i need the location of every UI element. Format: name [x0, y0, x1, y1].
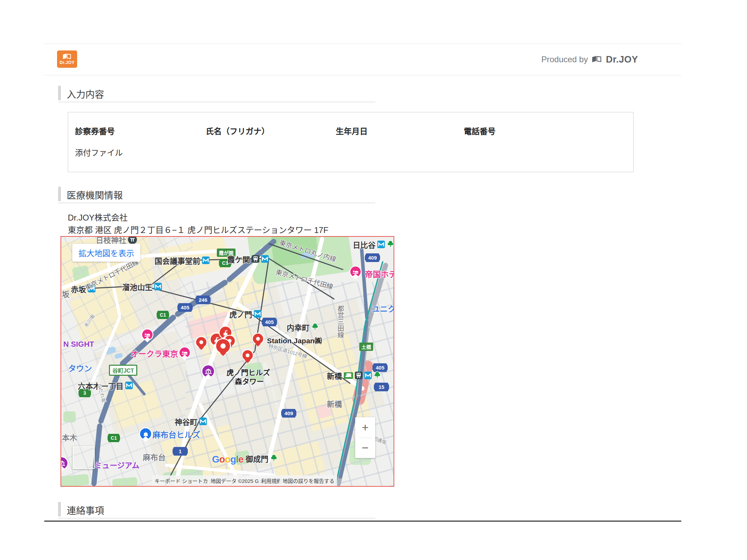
map-label: N SIGHT: [63, 340, 94, 349]
map-label-text: 本木: [62, 431, 77, 442]
red-pin-marker[interactable]: [196, 337, 206, 347]
map-label-text: 麻布台: [143, 451, 166, 462]
map-label-text: Station Japan㈱: [267, 335, 322, 345]
red-pin-marker[interactable]: [216, 339, 230, 353]
zoom-out-button[interactable]: −: [355, 438, 375, 458]
map-label: 森タワー: [235, 376, 264, 386]
map-label: 国会議事堂前: [155, 255, 210, 266]
map-label-text: ユニクロ: [372, 302, 394, 314]
map-label: 虎ノ門: [229, 308, 261, 319]
train-icon: [355, 372, 362, 379]
route-shield-badge: C1: [108, 434, 120, 442]
map-label: 都営三田線: [335, 305, 345, 338]
map-label-text: 坂: [62, 288, 70, 299]
input-summary-table: 診察券番号 氏名（フリガナ） 生年月日 電話番号 添付ファイル: [68, 112, 634, 172]
map-label: 霞ケ関: [227, 253, 269, 264]
map-label-text: 都営三田線: [335, 305, 345, 338]
map-label-text: 麻布台ヒルズ: [153, 428, 200, 440]
map-label: 内幸町: [287, 321, 319, 333]
map-label-text: 神谷町: [175, 416, 197, 427]
section-accent-bar: [58, 502, 61, 516]
route-shield-badge: 409: [281, 409, 296, 418]
zoom-in-button[interactable]: +: [355, 417, 375, 438]
tree-icon: [311, 323, 319, 331]
map-label: ミュージアム: [94, 459, 139, 470]
junction-badge: 谷町JCT: [109, 365, 137, 376]
section-underline: [58, 203, 375, 203]
map-label: 本木: [62, 431, 77, 442]
hotel-marker[interactable]: [179, 347, 190, 358]
map-label: Station Japan㈱: [267, 335, 322, 345]
route-shield-badge: 405: [262, 318, 277, 326]
jr-icon: JR: [344, 372, 353, 379]
section-title: 入力内容: [67, 87, 104, 101]
logo-text: Dr.JOY: [59, 60, 75, 65]
section-accent-bar: [58, 187, 61, 201]
section-accent-bar: [58, 86, 61, 100]
route-shield-badge: 15: [374, 383, 389, 391]
hotel-marker[interactable]: [142, 329, 153, 340]
book-icon: [62, 53, 72, 60]
map-label: 日比谷: [353, 239, 394, 250]
drjoy-logo[interactable]: Dr.JOY: [57, 50, 77, 68]
map-label-text: 森タワー: [235, 376, 264, 386]
map-label: 坂: [62, 288, 70, 299]
map-label: 麻布台ヒルズ: [153, 428, 200, 440]
google-map[interactable]: 拡大地図を表示 + − Google キーボード ショートカット 地図データ ©…: [61, 236, 394, 487]
metro-icon: [254, 310, 261, 318]
map-label: 神谷町: [175, 416, 207, 427]
header-top-divider: [44, 44, 681, 44]
map-label-text: 日比谷: [353, 239, 376, 250]
map-label-text: オークラ東京: [130, 347, 178, 359]
metro-icon: [377, 241, 385, 248]
red-pin-marker[interactable]: [242, 350, 253, 361]
route-shield-badge: 405: [177, 303, 193, 312]
section-title: 医療機関情報: [67, 188, 123, 202]
metro-icon: [261, 255, 269, 263]
train-icon: [252, 255, 259, 263]
map-label-text: N SIGHT: [63, 340, 94, 349]
column-header-phone: 電話番号: [464, 125, 496, 137]
map-label-text: 新橋: [327, 370, 342, 381]
report-map-error-link[interactable]: 地図の誤りを報告する: [280, 475, 337, 486]
map-label: 帝国ホテル: [365, 268, 394, 280]
tree-icon: [387, 240, 394, 249]
red-pin-marker[interactable]: [253, 334, 263, 344]
map-label: オークラ東京: [130, 347, 178, 359]
google-logo-letter: o: [225, 454, 230, 465]
hotel-marker[interactable]: [350, 267, 361, 277]
brand-text: Dr.JOY: [606, 54, 638, 65]
route-shield-badge: C1: [157, 311, 169, 319]
book-icon: [591, 55, 603, 64]
map-label: 六本木一丁目: [78, 380, 133, 391]
map-label-text: 霞ケ関: [227, 253, 250, 264]
map-label: ユニクロ: [372, 302, 394, 314]
google-logo-letter: g: [230, 454, 236, 465]
google-logo[interactable]: Google: [212, 454, 243, 465]
map-label: 新橋: [327, 398, 342, 409]
metro-icon: [125, 382, 133, 389]
road-name-badge: 土橋: [359, 343, 373, 351]
map-label-text: ミュージアム: [94, 459, 139, 470]
metro-icon: [154, 283, 162, 290]
shopping-marker[interactable]: [140, 428, 151, 439]
map-label-text: 新橋: [327, 398, 342, 409]
produced-by: Produced by Dr.JOY: [541, 52, 638, 67]
map-label: タウン: [68, 362, 92, 374]
map-zoom-control: + −: [355, 417, 375, 458]
tree-icon: [374, 371, 381, 380]
metro-icon: [364, 372, 372, 379]
google-logo-letter: o: [219, 454, 225, 465]
route-shield-badge: 409: [365, 253, 380, 262]
museum-marker[interactable]: [202, 365, 214, 377]
map-label-text: 国会議事堂前: [155, 255, 200, 266]
column-header-birthdate: 生年月日: [336, 125, 368, 137]
expand-map-button[interactable]: 拡大地図を表示: [72, 244, 140, 262]
satellite-toggle-thumbnail[interactable]: [73, 446, 95, 469]
page: { "header": { "logo_text": "Dr.JOY", "pr…: [0, 0, 747, 560]
section-underline: [58, 518, 375, 519]
metro-icon: [202, 256, 210, 264]
column-header-name: 氏名（フリガナ）: [206, 125, 269, 137]
map-label-text: 御成門: [246, 453, 268, 464]
attachment-label: 添付ファイル: [75, 146, 123, 158]
